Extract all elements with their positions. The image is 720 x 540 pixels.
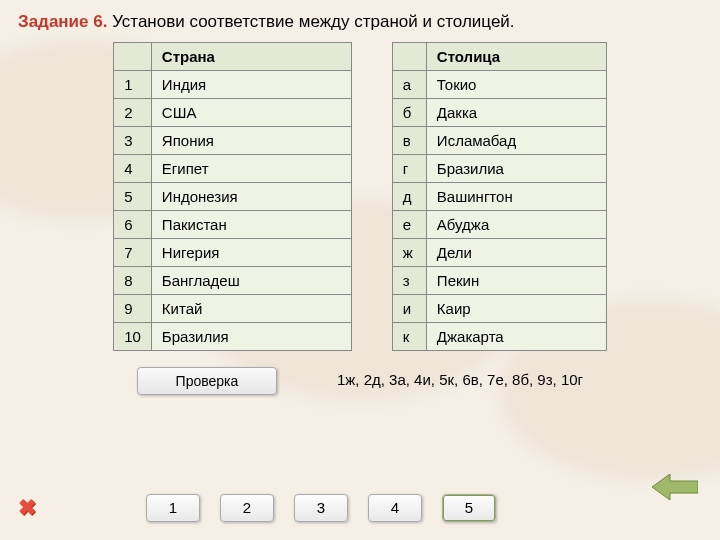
table-row: 2США	[114, 99, 352, 127]
table-row: жДели	[392, 239, 606, 267]
task-text: Установи соответствие между страной и ст…	[107, 12, 514, 31]
table-row: 5Индонезия	[114, 183, 352, 211]
table-row: зПекин	[392, 267, 606, 295]
table-row: иКаир	[392, 295, 606, 323]
table-row: вИсламабад	[392, 127, 606, 155]
table-row: дВашингтон	[392, 183, 606, 211]
nav-page-3[interactable]: 3	[294, 494, 348, 522]
nav-page-5[interactable]: 5	[442, 494, 496, 522]
table-row: аТокио	[392, 71, 606, 99]
nav-page-2[interactable]: 2	[220, 494, 274, 522]
table-row: 10Бразилия	[114, 323, 352, 351]
answer-key: 1ж, 2д, 3а, 4и, 5к, 6в, 7е, 8б, 9з, 10г	[337, 371, 583, 388]
table-row: 4Египет	[114, 155, 352, 183]
svg-marker-0	[652, 474, 698, 500]
nav-page-4[interactable]: 4	[368, 494, 422, 522]
capitals-table: Столица аТокио бДакка вИсламабад гБразил…	[392, 42, 607, 351]
table-row: 8Бангладеш	[114, 267, 352, 295]
check-button[interactable]: Проверка	[137, 367, 277, 395]
table-row: гБразилиа	[392, 155, 606, 183]
countries-table: Страна 1Индия 2США 3Япония 4Египет 5Индо…	[113, 42, 352, 351]
task-title: Задание 6. Установи соответствие между с…	[18, 12, 702, 32]
table-row: 9Китай	[114, 295, 352, 323]
back-arrow-icon[interactable]	[652, 472, 698, 506]
table-row: еАбуджа	[392, 211, 606, 239]
table-row: 3Япония	[114, 127, 352, 155]
table-row: 7Нигерия	[114, 239, 352, 267]
table-row: кДжакарта	[392, 323, 606, 351]
capitals-header: Столица	[426, 43, 606, 71]
nav-page-1[interactable]: 1	[146, 494, 200, 522]
table-row: бДакка	[392, 99, 606, 127]
table-row: 6Пакистан	[114, 211, 352, 239]
countries-header: Страна	[151, 43, 351, 71]
page-nav: 1 2 3 4 5	[146, 494, 496, 522]
task-number: Задание 6.	[18, 12, 107, 31]
close-icon[interactable]: ✖	[18, 495, 36, 521]
table-row: 1Индия	[114, 71, 352, 99]
